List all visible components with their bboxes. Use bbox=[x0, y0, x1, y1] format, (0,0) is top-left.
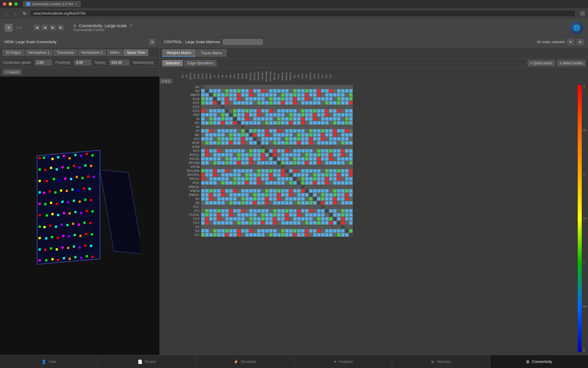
matrix-cell[interactable] bbox=[237, 113, 241, 117]
matrix-cell[interactable] bbox=[233, 145, 237, 149]
matrix-cell[interactable] bbox=[333, 177, 337, 181]
matrix-cell[interactable] bbox=[281, 213, 285, 217]
matrix-cell[interactable] bbox=[293, 149, 297, 153]
matrix-cell[interactable] bbox=[217, 153, 221, 157]
matrix-cell[interactable] bbox=[341, 137, 345, 141]
matrix-cell[interactable] bbox=[349, 157, 353, 161]
matrix-cell[interactable] bbox=[249, 93, 253, 97]
matrix-cell[interactable] bbox=[341, 105, 345, 109]
matrix-cell[interactable] bbox=[261, 165, 265, 169]
matrix-cell[interactable] bbox=[305, 193, 309, 197]
matrix-cell[interactable] bbox=[293, 141, 297, 145]
matrix-cell[interactable] bbox=[201, 137, 205, 141]
matrix-cell[interactable] bbox=[313, 129, 317, 133]
matrix-cell[interactable] bbox=[217, 129, 221, 133]
matrix-cell[interactable] bbox=[301, 201, 305, 205]
matrix-cell[interactable] bbox=[269, 169, 273, 173]
matrix-cell[interactable] bbox=[273, 181, 277, 185]
matrix-cell[interactable] bbox=[325, 189, 329, 193]
matrix-cell[interactable] bbox=[269, 233, 273, 237]
matrix-cell[interactable] bbox=[253, 97, 257, 101]
matrix-cell[interactable] bbox=[229, 157, 233, 161]
matrix-cell[interactable] bbox=[205, 217, 209, 221]
matrix-cell[interactable] bbox=[205, 141, 209, 145]
matrix-cell[interactable] bbox=[249, 193, 253, 197]
matrix-cell[interactable] bbox=[345, 197, 349, 201]
matrix-cell[interactable] bbox=[301, 97, 305, 101]
matrix-cell[interactable] bbox=[253, 149, 257, 153]
matrix-cell[interactable] bbox=[313, 109, 317, 113]
matrix-cell[interactable] bbox=[305, 145, 309, 149]
matrix-cell[interactable] bbox=[237, 105, 241, 109]
matrix-cell[interactable] bbox=[213, 101, 217, 105]
matrix-cell[interactable] bbox=[209, 129, 213, 133]
matrix-cell[interactable] bbox=[349, 173, 353, 177]
matrix-cell[interactable] bbox=[229, 129, 233, 133]
matrix-cell[interactable] bbox=[349, 133, 353, 137]
matrix-cell[interactable] bbox=[305, 137, 309, 141]
matrix-cell[interactable] bbox=[249, 105, 253, 109]
matrix-cell[interactable] bbox=[269, 113, 273, 117]
matrix-cell[interactable] bbox=[309, 129, 313, 133]
q1-button[interactable]: ≡ Q 1 bbox=[160, 79, 172, 84]
matrix-cell[interactable] bbox=[317, 125, 321, 129]
matrix-cell[interactable] bbox=[341, 173, 345, 177]
matrix-cell[interactable] bbox=[305, 125, 309, 129]
matrix-cell[interactable] bbox=[277, 97, 281, 101]
matrix-cell[interactable] bbox=[245, 213, 249, 217]
matrix-cell[interactable] bbox=[289, 161, 293, 165]
matrix-cell[interactable] bbox=[217, 201, 221, 205]
matrix-cell[interactable] bbox=[301, 85, 305, 89]
matrix-cell[interactable] bbox=[329, 189, 333, 193]
matrix-cell[interactable] bbox=[229, 145, 233, 149]
matrix-cell[interactable] bbox=[237, 149, 241, 153]
matrix-cell[interactable] bbox=[325, 133, 329, 137]
matrix-cell[interactable] bbox=[293, 161, 297, 165]
matrix-cell[interactable] bbox=[349, 145, 353, 149]
nav-next2-btn[interactable]: ▶ bbox=[49, 25, 56, 31]
matrix-cell[interactable] bbox=[297, 165, 301, 169]
matrix-cell[interactable] bbox=[249, 177, 253, 181]
matrix-cell[interactable] bbox=[229, 225, 233, 229]
matrix-cell[interactable] bbox=[265, 201, 269, 205]
matrix-cell[interactable] bbox=[329, 209, 333, 213]
matrix-cell[interactable] bbox=[269, 189, 273, 193]
nav-next-btn[interactable]: ◀ bbox=[41, 25, 48, 31]
matrix-cell[interactable] bbox=[201, 165, 205, 169]
matrix-cell[interactable] bbox=[321, 213, 325, 217]
matrix-cell[interactable] bbox=[297, 97, 301, 101]
matrix-cell[interactable] bbox=[313, 97, 317, 101]
matrix-cell[interactable] bbox=[201, 125, 205, 129]
matrix-cell[interactable] bbox=[209, 133, 213, 137]
matrix-cell[interactable] bbox=[325, 109, 329, 113]
matrix-cell[interactable] bbox=[249, 221, 253, 225]
tab-3d-edges[interactable]: 3D Edges bbox=[2, 49, 24, 56]
matrix-cell[interactable] bbox=[277, 149, 281, 153]
matrix-cell[interactable] bbox=[309, 89, 313, 93]
matrix-cell[interactable] bbox=[221, 153, 225, 157]
matrix-cell[interactable] bbox=[261, 181, 265, 185]
matrix-cell[interactable] bbox=[317, 97, 321, 101]
matrix-cell[interactable] bbox=[293, 209, 297, 213]
matrix-cell[interactable] bbox=[329, 193, 333, 197]
matrix-cell[interactable] bbox=[321, 153, 325, 157]
matrix-cell[interactable] bbox=[325, 201, 329, 205]
matrix-cell[interactable] bbox=[241, 85, 245, 89]
matrix-cell[interactable] bbox=[333, 133, 337, 137]
matrix-cell[interactable] bbox=[261, 85, 265, 89]
matrix-cell[interactable] bbox=[333, 105, 337, 109]
matrix-cell[interactable] bbox=[205, 189, 209, 193]
matrix-cell[interactable] bbox=[309, 109, 313, 113]
matrix-cell[interactable] bbox=[349, 165, 353, 169]
matrix-cell[interactable] bbox=[253, 85, 257, 89]
matrix-cell[interactable] bbox=[209, 113, 213, 117]
matrix-cell[interactable] bbox=[257, 225, 261, 229]
matrix-cell[interactable] bbox=[329, 161, 333, 165]
matrix-cell[interactable] bbox=[297, 197, 301, 201]
matrix-cell[interactable] bbox=[325, 89, 329, 93]
matrix-cell[interactable] bbox=[321, 209, 325, 213]
matrix-cell[interactable] bbox=[293, 233, 297, 237]
matrix-cell[interactable] bbox=[305, 213, 309, 217]
matrix-cell[interactable] bbox=[301, 233, 305, 237]
matrix-cell[interactable] bbox=[217, 161, 221, 165]
